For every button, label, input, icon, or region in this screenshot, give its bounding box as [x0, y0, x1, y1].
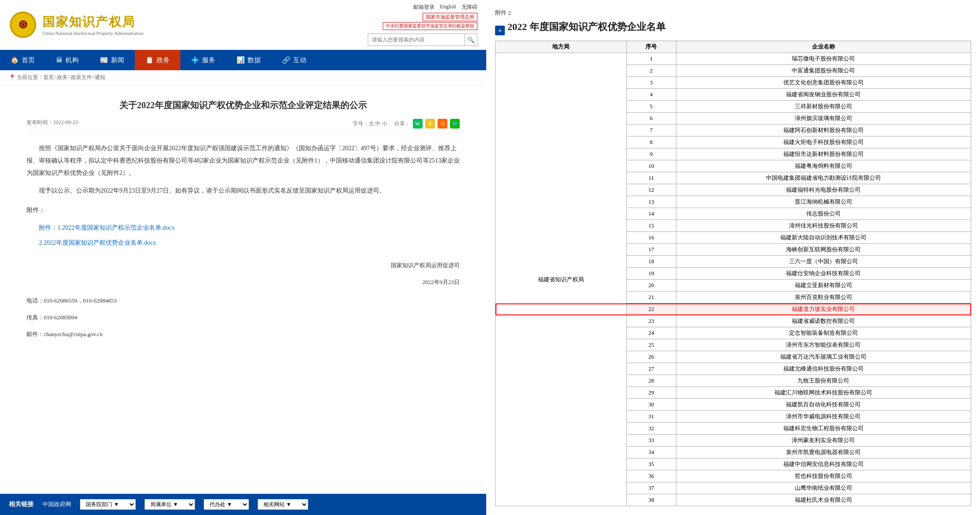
col-header-name: 企业名称 — [676, 41, 971, 53]
row-number: 4 — [626, 89, 676, 101]
search-button[interactable]: 🔍 — [465, 34, 477, 46]
footer: 相关链接 中国政府网 国务院部门 ▼ 局属单位 ▼ 代办处 ▼ 相关网站 ▼ — [0, 494, 486, 515]
row-number: 14 — [626, 208, 676, 220]
nav-data-label: 数据 — [248, 56, 261, 64]
search-input[interactable] — [368, 34, 465, 46]
row-number: 11 — [626, 172, 676, 184]
gov-link1[interactable]: 国家市场监督管理总局 — [423, 13, 477, 21]
article-date: 发布时间：2022-09-23 — [27, 119, 78, 129]
row-number: 37 — [626, 482, 676, 494]
row-number: 7 — [626, 125, 676, 136]
footer-link1[interactable]: 中国政府网 — [42, 500, 71, 508]
nav-bar: 🏠 首页 🏛 机构 📰 新闻 📋 政务 💠 服务 📊 数据 🔗 互动 — [0, 50, 486, 70]
company-name: 海峡创新互联网股份有限公司 — [676, 244, 971, 256]
row-number: 26 — [626, 351, 676, 363]
company-name: 漳州佳光科技股份有限公司 — [676, 220, 971, 232]
company-name: 福建省万达汽车玻璃工业有限公司 — [676, 351, 971, 363]
row-number: 34 — [626, 447, 676, 458]
wechat-share-icon[interactable]: W — [413, 119, 423, 129]
tel-text: 电话：010-62086559，010-62084853 — [27, 295, 460, 307]
row-number: 18 — [626, 256, 676, 268]
attachment-2-link[interactable]: 2.2022年度国家知识产权优势企业名单.docx — [27, 237, 460, 249]
company-name: 福建中信网安信息科技有限公司 — [676, 458, 971, 470]
attachment-1-link[interactable]: 附件：1.2022年度国家知识产权示范企业名单.docx — [27, 222, 460, 234]
home-icon: 🏠 — [11, 56, 19, 64]
nav-news[interactable]: 📰 新闻 — [89, 50, 135, 70]
annex-label: 附件 2 — [495, 9, 971, 17]
gov-link2[interactable]: 中央纪委国家监委驻市场监管总局纪检监察组 — [383, 22, 477, 30]
svg-text:⊛: ⊛ — [18, 18, 28, 31]
company-name: 定念智能装备制造有限公司 — [676, 327, 971, 339]
row-number: 12 — [626, 184, 676, 196]
top-links: 邮箱登录 English 无障碍 — [413, 4, 477, 11]
company-name: 三祥新材股份有限公司 — [676, 101, 971, 113]
logo-text: 国家知识产权局 China National Intellectual Prop… — [42, 14, 144, 36]
article-date2: 2022年9月23日 — [27, 276, 460, 288]
footer-select-office[interactable]: 代办处 ▼ — [204, 499, 249, 510]
company-name: 漳州市东方智能仪表有限公司 — [676, 339, 971, 351]
row-number: 5 — [626, 101, 676, 113]
accessibility-link[interactable]: 无障碍 — [461, 4, 477, 11]
row-number: 13 — [626, 196, 676, 208]
row-number: 6 — [626, 113, 676, 125]
row-number: 35 — [626, 458, 676, 470]
attachment-1-text: 附件：1.2022年度国家知识产权示范企业名单.docx — [39, 224, 175, 231]
logo-emblem-icon: ⊛ — [9, 11, 37, 39]
mailbox-link[interactable]: 邮箱登录 — [413, 4, 435, 11]
footer-select-related[interactable]: 相关网站 ▼ — [258, 499, 308, 510]
right-panel: 附件 2 + 2022 年度国家知识产权优势企业名单 地方局 序号 企业名称 福… — [486, 0, 980, 515]
font-size-label[interactable]: 字号：大 中 小 — [353, 120, 387, 128]
nav-institution-label: 机构 — [65, 56, 79, 64]
row-number: 27 — [626, 363, 676, 375]
row-number: 20 — [626, 280, 676, 292]
nav-interact-label: 互动 — [293, 56, 306, 64]
article-title: 关于2022年度国家知识产权优势企业和示范企业评定结果的公示 — [27, 98, 460, 112]
row-number: 21 — [626, 292, 676, 303]
company-name: 福建仕安纳企业科技有限公司 — [676, 268, 971, 280]
company-name: 福建科宏生物工程股份有限公司 — [676, 423, 971, 435]
row-number: 17 — [626, 244, 676, 256]
service-icon: 💠 — [191, 56, 199, 64]
footer-select-gov[interactable]: 国务院部门 ▼ — [80, 499, 136, 510]
email-text: 邮件：chanyechu@cnipa.gov.cn — [27, 329, 460, 340]
nav-gov-label: 政务 — [156, 56, 170, 64]
nav-interact[interactable]: 🔗 互动 — [271, 50, 317, 70]
body-paragraph-1: 按照《国家知识产权局办公室关于面向企业开展2022年度知识产权强国建设示范工作的… — [27, 142, 460, 179]
company-name: 泉州百克鞋业有限公司 — [676, 292, 971, 303]
nav-service[interactable]: 💠 服务 — [180, 50, 226, 70]
company-name: 漳州市华威电源科技有限公司 — [676, 411, 971, 423]
company-name: 中富通集团股份有限公司 — [676, 65, 971, 77]
nav-home[interactable]: 🏠 首页 — [0, 50, 46, 70]
other-share-icon[interactable]: 🐦 — [450, 119, 460, 129]
nav-gov[interactable]: 📋 政务 — [135, 50, 180, 70]
gov-links: 国家市场监督管理总局 中央纪委国家监委驻市场监管总局纪检监察组 — [383, 13, 477, 30]
company-name: 传志股份公司 — [676, 208, 971, 220]
company-name: 福建福特科光电股份有限公司 — [676, 184, 971, 196]
logo-area: ⊛ 国家知识产权局 China National Intellectual Pr… — [9, 11, 144, 39]
nav-service-label: 服务 — [202, 56, 215, 64]
row-number: 2 — [626, 65, 676, 77]
english-link[interactable]: English — [440, 4, 456, 11]
footer-links-label: 相关链接 — [9, 500, 34, 508]
add-button[interactable]: + — [495, 26, 505, 35]
company-name: 山鹰华南纸业有限公司 — [676, 482, 971, 494]
article-meta: 发布时间：2022-09-23 字号：大 中 小 分享： W ⭐ Q 🐦 — [27, 119, 460, 133]
search-area: 🔍 — [368, 34, 477, 46]
footer-select-bureau[interactable]: 局属单位 ▼ — [145, 499, 195, 510]
company-name: 晋江海纳机械有限公司 — [676, 196, 971, 208]
nav-institution[interactable]: 🏛 机构 — [46, 50, 89, 70]
company-name: 九牧王股份有限公司 — [676, 375, 971, 387]
qq-share-icon[interactable]: Q — [438, 119, 447, 129]
weibo-share-icon[interactable]: ⭐ — [425, 119, 435, 129]
row-number: 33 — [626, 435, 676, 447]
company-name: 福建立亚新材有限公司 — [676, 280, 971, 292]
attachment-2-text: 2.2022年度国家知识产权优势企业名单.docx — [39, 239, 156, 246]
row-number: 29 — [626, 387, 676, 399]
row-number: 16 — [626, 232, 676, 244]
company-name: 福建阿石创新材料股份有限公司 — [676, 125, 971, 136]
data-icon: 📊 — [236, 56, 245, 64]
nav-data[interactable]: 📊 数据 — [226, 50, 271, 70]
row-number: 23 — [626, 315, 676, 327]
row-number: 3 — [626, 77, 676, 89]
company-table: 地方局 序号 企业名称 福建省知识产权局1瑞芯微电子股份有限公司2中富通集团股份… — [495, 41, 971, 506]
